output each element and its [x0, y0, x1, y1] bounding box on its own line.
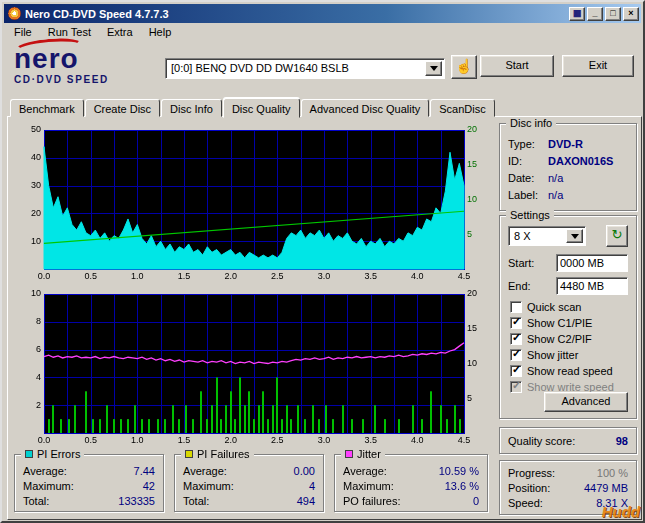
checkbox-show-c2-pif[interactable]: Show C2/PIF [510, 332, 630, 346]
menu-bar: File Run Test Extra Help [4, 23, 641, 42]
drive-select-value: [0:0] BENQ DVD DD DW1640 BSLB [171, 62, 349, 74]
disc-type-row: Type:DVD-R [508, 136, 628, 153]
checkbox-show-jitter[interactable]: Show jitter [510, 348, 630, 362]
pi-errors-maximum: 42 [143, 479, 155, 494]
tab-benchmark[interactable]: Benchmark [10, 99, 84, 117]
pi-failures-total: 494 [297, 494, 315, 509]
maximize-button[interactable]: □ [605, 7, 621, 21]
disc-info-group: Disc info Type:DVD-R ID:DAXON016S Date:n… [499, 123, 637, 211]
nero-logo-subtitle: CD·DVD SPEED [14, 74, 164, 85]
settings-title: Settings [506, 209, 554, 221]
window-title: Nero CD-DVD Speed 4.7.7.3 [25, 8, 569, 20]
speed-select[interactable]: 8 X [508, 226, 586, 246]
pi-errors-chart [14, 124, 490, 286]
pi-failures-swatch-icon [185, 450, 193, 458]
tab-scandisc[interactable]: ScanDisc [430, 99, 494, 117]
drive-pick-button[interactable]: ☝ [451, 55, 477, 79]
jitter-stats-title: Jitter [357, 448, 381, 460]
window-extra-icon[interactable]: ▦ [569, 7, 585, 21]
tab-disc-info[interactable]: Disc Info [161, 99, 222, 117]
quick-scan-checkbox[interactable] [510, 301, 522, 313]
tab-create-disc[interactable]: Create Disc [85, 99, 160, 117]
pi-errors-average: 7.44 [134, 464, 155, 479]
title-bar: Nero CD-DVD Speed 4.7.7.3 ▦ _ □ × [4, 4, 641, 23]
disc-id-row: ID:DAXON016S [508, 153, 628, 170]
jitter-swatch-icon [345, 450, 353, 458]
pi-errors-stats-title: PI Errors [37, 448, 80, 460]
show-c1-pie-checkbox[interactable] [510, 317, 522, 329]
watermark: Hudd [602, 503, 640, 520]
disc-label-row: Label:n/a [508, 187, 628, 204]
hand-icon: ☝ [455, 58, 472, 74]
start-position-label: Start: [508, 257, 534, 269]
po-failures-value: 0 [473, 494, 479, 509]
menu-extra[interactable]: Extra [99, 24, 141, 41]
checkbox-quick-scan[interactable]: Quick scan [510, 300, 630, 314]
progress-row: Progress: 100 % [508, 466, 628, 481]
tab-disc-quality[interactable]: Disc Quality [223, 98, 300, 118]
minimize-button[interactable]: _ [587, 7, 603, 21]
speed-select-dropdown-button[interactable] [566, 229, 583, 243]
window-controls: ▦ _ □ × [569, 7, 639, 21]
pi-failures-average: 0.00 [294, 464, 315, 479]
disc-type-value: DVD-R [548, 136, 583, 153]
nero-logo: nero CD·DVD SPEED [14, 46, 164, 92]
progress-value: 100 % [597, 466, 628, 481]
advanced-button[interactable]: Advanced [544, 392, 628, 412]
start-button[interactable]: Start [480, 55, 554, 77]
end-position-input[interactable] [556, 277, 628, 295]
checkbox-show-c1-pie[interactable]: Show C1/PIE [510, 316, 630, 330]
close-button[interactable]: × [623, 7, 639, 21]
speed-select-value: 8 X [514, 230, 531, 242]
quality-score-box: Quality score: 98 [499, 427, 637, 454]
disc-date-value: n/a [548, 170, 563, 187]
jitter-stats: Jitter Average:10.59 % Maximum:13.6 % PO… [334, 454, 488, 512]
start-position-row: Start: [508, 254, 628, 272]
pi-failures-jitter-chart [14, 288, 490, 450]
drive-select-dropdown-button[interactable] [425, 61, 442, 76]
jitter-average: 10.59 % [439, 464, 479, 479]
exit-button[interactable]: Exit [562, 55, 634, 77]
menu-file[interactable]: File [6, 24, 40, 41]
pi-failures-stats: PI Failures Average:0.00 Maximum:4 Total… [174, 454, 324, 512]
show-write-speed-checkbox [510, 381, 522, 393]
menu-help[interactable]: Help [141, 24, 180, 41]
disc-info-title: Disc info [506, 117, 556, 129]
refresh-icon: ↻ [612, 227, 623, 242]
quality-score-label: Quality score: [508, 435, 575, 447]
refresh-button[interactable]: ↻ [606, 225, 628, 247]
show-read-speed-checkbox[interactable] [510, 365, 522, 377]
pi-errors-stats: PI Errors Average:7.44 Maximum:42 Total:… [14, 454, 164, 512]
jitter-maximum: 13.6 % [445, 479, 479, 494]
end-position-row: End: [508, 277, 628, 295]
show-c2-pif-checkbox[interactable] [510, 333, 522, 345]
chevron-down-icon [571, 234, 579, 239]
start-position-input[interactable] [556, 254, 628, 272]
chevron-down-icon [430, 66, 438, 71]
position-value: 4479 MB [584, 481, 628, 496]
tab-advanced-disc-quality[interactable]: Advanced Disc Quality [301, 99, 430, 117]
quality-score-value: 98 [616, 435, 628, 447]
pi-failures-stats-title: PI Failures [197, 448, 250, 460]
pi-errors-swatch-icon [25, 450, 33, 458]
disc-date-row: Date:n/a [508, 170, 628, 187]
tab-strip: Benchmark Create Disc Disc Info Disc Qua… [10, 97, 496, 117]
app-window: Nero CD-DVD Speed 4.7.7.3 ▦ _ □ × File R… [0, 0, 645, 523]
end-position-label: End: [508, 280, 531, 292]
drive-select[interactable]: [0:0] BENQ DVD DD DW1640 BSLB [165, 58, 445, 79]
position-row: Position: 4479 MB [508, 481, 628, 496]
checkbox-show-read-speed[interactable]: Show read speed [510, 364, 630, 378]
app-disc-icon [8, 7, 21, 20]
disc-label-value: n/a [548, 187, 563, 204]
settings-group: Settings 8 X ↻ Start: End: Quick scan Sh… [499, 215, 637, 419]
pi-failures-maximum: 4 [309, 479, 315, 494]
pi-errors-total: 133335 [118, 494, 155, 509]
show-jitter-checkbox[interactable] [510, 349, 522, 361]
disc-id-value: DAXON016S [548, 153, 613, 170]
